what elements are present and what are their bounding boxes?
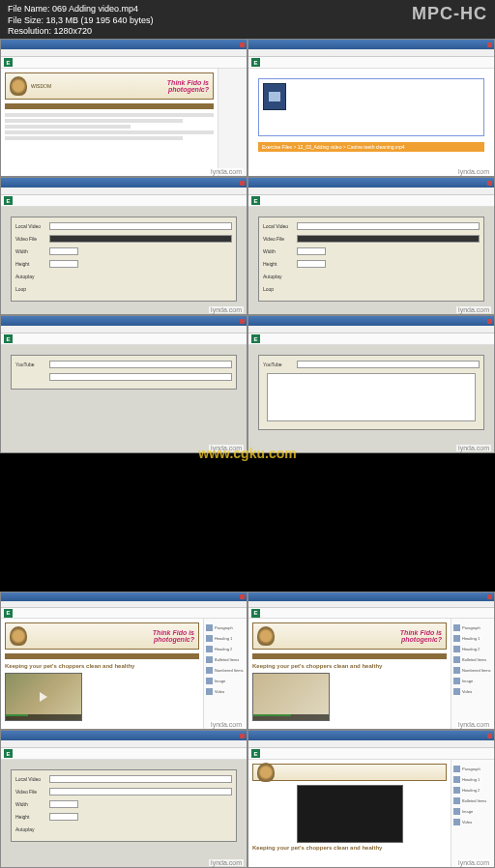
- thumb-7[interactable]: E Think Fido isphotogenic? Keeping your …: [0, 592, 248, 730]
- nav-bar[interactable]: [252, 653, 447, 659]
- thumb-1[interactable]: E WISDOM Think Fido isphotogenic? lynda.…: [0, 39, 248, 177]
- list-icon: [453, 656, 460, 663]
- breadcrumb-path[interactable]: Exercise Files > 12_03_Adding video > Ca…: [258, 142, 484, 152]
- tool-item[interactable]: Heading 2: [453, 644, 492, 653]
- resolution-label: Resolution:: [8, 26, 51, 36]
- paragraph-icon: [206, 624, 213, 631]
- close-icon[interactable]: [240, 734, 245, 738]
- text-input[interactable]: [297, 247, 326, 255]
- heading-icon: [453, 646, 460, 652]
- tool-item[interactable]: Video: [453, 817, 492, 826]
- window-toolbar: E: [1, 57, 247, 69]
- video-icon: [453, 819, 460, 825]
- tool-item[interactable]: Heading 1: [206, 633, 245, 643]
- window-titlebar: [1, 731, 247, 740]
- video-properties-dialog[interactable]: YouTube: [11, 355, 237, 390]
- site-banner: Think Fido isphotogenic?: [252, 622, 447, 650]
- lynda-watermark: lynda.com: [209, 859, 244, 866]
- thumb-6[interactable]: E YouTube lynda.com: [248, 315, 495, 453]
- tool-item[interactable]: Paragraph: [206, 622, 245, 632]
- video-player[interactable]: [5, 673, 82, 721]
- text-input[interactable]: [297, 222, 480, 230]
- text-input[interactable]: [49, 247, 78, 255]
- field-label: Autoplay: [15, 274, 49, 279]
- tool-item[interactable]: Image: [453, 676, 492, 685]
- text-input[interactable]: [49, 361, 232, 368]
- close-icon[interactable]: [487, 594, 492, 599]
- thumb-10[interactable]: E Keeping your pet's choppers clean and …: [248, 730, 495, 868]
- file-browser-dialog[interactable]: [258, 78, 484, 136]
- thumbnail-grid: E WISDOM Think Fido isphotogenic? lynda.…: [0, 39, 495, 868]
- video-player-black[interactable]: [297, 785, 403, 843]
- window-menubar: [1, 326, 247, 333]
- close-icon[interactable]: [240, 594, 245, 599]
- text-input[interactable]: [297, 235, 480, 243]
- video-properties-dialog[interactable]: Local Video Video File Width Height Auto…: [11, 769, 237, 842]
- thumb-8[interactable]: E Think Fido isphotogenic? Keeping your …: [248, 592, 495, 730]
- text-line: [5, 130, 214, 134]
- tool-item[interactable]: Bulleted Items: [206, 654, 245, 664]
- video-controls[interactable]: [6, 714, 81, 720]
- text-line: [5, 136, 183, 140]
- site-banner: WISDOM Think Fido isphotogenic?: [5, 72, 214, 100]
- close-icon[interactable]: [487, 319, 492, 324]
- video-properties-dialog[interactable]: YouTube: [258, 355, 484, 430]
- wisdom-logo-icon: [10, 626, 27, 646]
- tool-item[interactable]: Numbered Items: [206, 665, 245, 675]
- close-icon[interactable]: [487, 43, 492, 47]
- thumb-2[interactable]: E Exercise Files > 12_03_Adding video > …: [248, 39, 495, 177]
- tools-panel: Paragraph Heading 1 Heading 2 Bulleted I…: [203, 619, 247, 729]
- tool-item[interactable]: Paragraph: [453, 622, 492, 632]
- window-titlebar: [248, 316, 494, 326]
- close-icon[interactable]: [240, 43, 245, 47]
- video-player[interactable]: [252, 673, 330, 721]
- close-icon[interactable]: [240, 319, 245, 324]
- field-label: Loop: [263, 286, 297, 292]
- window-toolbar: E: [248, 57, 494, 69]
- video-properties-dialog[interactable]: Local Video Video File Width Height Auto…: [11, 217, 237, 302]
- nav-bar[interactable]: [5, 103, 214, 109]
- video-file-icon[interactable]: [263, 83, 286, 110]
- close-icon[interactable]: [487, 181, 492, 186]
- field-label: Local Video: [15, 223, 49, 229]
- close-icon[interactable]: [487, 734, 492, 738]
- preview-panel: [267, 373, 476, 421]
- text-input[interactable]: [49, 813, 78, 821]
- nav-bar[interactable]: [5, 653, 199, 659]
- tool-item[interactable]: Numbered Items: [453, 665, 492, 675]
- side-panel: [218, 69, 247, 176]
- tool-item[interactable]: Video: [206, 686, 245, 696]
- text-input[interactable]: [49, 260, 78, 268]
- thumb-4[interactable]: E Local Video Video File Width Height Au…: [248, 177, 495, 315]
- video-controls[interactable]: [253, 714, 329, 720]
- text-input[interactable]: [49, 235, 232, 243]
- heading-icon: [453, 787, 460, 794]
- thumb-3[interactable]: E Local Video Video File Width Height Au…: [0, 177, 248, 315]
- text-input[interactable]: [49, 800, 78, 808]
- tool-item[interactable]: Video: [453, 686, 492, 696]
- tool-item[interactable]: Paragraph: [453, 764, 492, 773]
- tool-item[interactable]: Heading 1: [453, 774, 492, 784]
- text-input[interactable]: [49, 373, 232, 381]
- text-input[interactable]: [297, 260, 326, 268]
- tool-item[interactable]: Bulleted Items: [453, 796, 492, 805]
- tool-item[interactable]: Image: [206, 676, 245, 685]
- tool-item[interactable]: Heading 1: [453, 633, 492, 643]
- site-banner: Think Fido isphotogenic?: [5, 622, 199, 650]
- tool-item[interactable]: Heading 2: [453, 785, 492, 795]
- window-titlebar: [1, 178, 247, 188]
- text-input[interactable]: [49, 222, 232, 230]
- text-line: [5, 113, 214, 117]
- text-input[interactable]: [297, 361, 480, 368]
- window-titlebar: [248, 593, 494, 601]
- thumb-9[interactable]: E Local Video Video File Width Height Au…: [0, 730, 248, 868]
- text-input[interactable]: [49, 775, 232, 783]
- thumb-5[interactable]: E YouTube lynda.com: [0, 315, 248, 453]
- heading-icon: [453, 776, 460, 783]
- text-input[interactable]: [49, 788, 232, 796]
- video-properties-dialog[interactable]: Local Video Video File Width Height Auto…: [258, 217, 484, 302]
- tool-item[interactable]: Image: [453, 806, 492, 816]
- tool-item[interactable]: Heading 2: [206, 644, 245, 653]
- tool-item[interactable]: Bulleted Items: [453, 654, 492, 664]
- close-icon[interactable]: [240, 181, 245, 186]
